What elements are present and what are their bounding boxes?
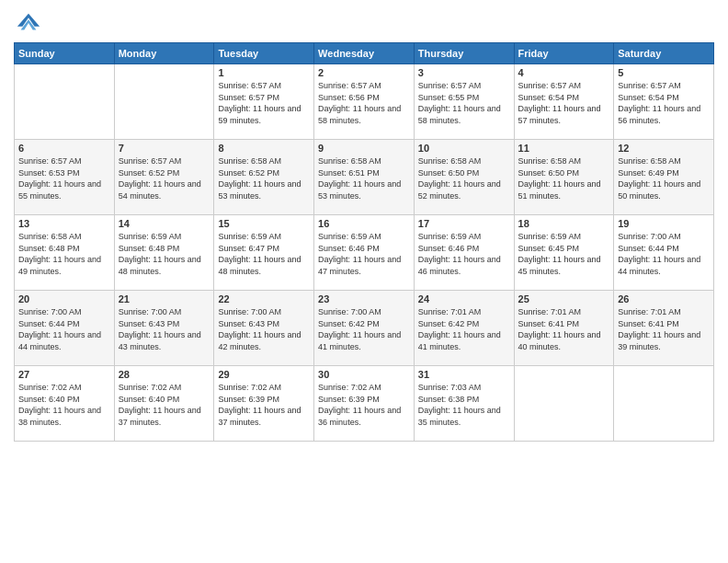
day-info: Sunrise: 6:58 AMSunset: 6:51 PMDaylight:… [318,155,410,201]
day-number: 6 [18,143,110,154]
day-number: 14 [119,218,210,229]
day-info: Sunrise: 7:01 AMSunset: 6:41 PMDaylight:… [518,306,610,352]
day-info: Sunrise: 7:02 AMSunset: 6:40 PMDaylight:… [119,382,210,428]
day-info: Sunrise: 6:57 AMSunset: 6:54 PMDaylight:… [518,80,610,126]
day-number: 17 [418,218,510,229]
day-info: Sunrise: 6:59 AMSunset: 6:45 PMDaylight:… [518,231,610,277]
day-info: Sunrise: 7:01 AMSunset: 6:41 PMDaylight:… [618,306,710,352]
logo-icon [16,9,41,35]
day-cell: 16Sunrise: 6:59 AMSunset: 6:46 PMDayligh… [314,215,415,291]
day-number: 13 [18,218,110,229]
day-info: Sunrise: 7:00 AMSunset: 6:44 PMDaylight:… [18,306,110,352]
day-info: Sunrise: 6:57 AMSunset: 6:53 PMDaylight:… [18,155,110,201]
day-cell: 19Sunrise: 7:00 AMSunset: 6:44 PMDayligh… [614,215,714,291]
day-cell: 6Sunrise: 6:57 AMSunset: 6:53 PMDaylight… [15,140,115,215]
day-cell: 7Sunrise: 6:57 AMSunset: 6:52 PMDaylight… [114,140,214,215]
day-number: 31 [418,369,510,380]
day-cell: 17Sunrise: 6:59 AMSunset: 6:46 PMDayligh… [414,215,514,291]
day-info: Sunrise: 6:58 AMSunset: 6:50 PMDaylight:… [518,155,610,201]
day-cell: 30Sunrise: 7:02 AMSunset: 6:39 PMDayligh… [314,366,415,442]
day-cell: 24Sunrise: 7:01 AMSunset: 6:42 PMDayligh… [414,291,514,366]
day-cell [514,366,614,442]
day-info: Sunrise: 7:02 AMSunset: 6:39 PMDaylight:… [318,382,410,428]
day-number: 24 [418,293,510,304]
col-header-friday: Friday [514,43,614,64]
week-row-5: 27Sunrise: 7:02 AMSunset: 6:40 PMDayligh… [15,366,714,442]
week-row-3: 13Sunrise: 6:58 AMSunset: 6:48 PMDayligh… [15,215,714,291]
day-info: Sunrise: 7:00 AMSunset: 6:43 PMDaylight:… [119,306,210,352]
day-number: 2 [318,67,410,78]
day-cell: 25Sunrise: 7:01 AMSunset: 6:41 PMDayligh… [514,291,614,366]
calendar-table: SundayMondayTuesdayWednesdayThursdayFrid… [14,42,714,442]
day-number: 10 [418,143,510,154]
day-number: 27 [18,369,110,380]
day-number: 7 [119,143,210,154]
day-number: 29 [218,369,310,380]
day-info: Sunrise: 7:03 AMSunset: 6:38 PMDaylight:… [418,382,510,428]
col-header-thursday: Thursday [414,43,514,64]
day-cell: 3Sunrise: 6:57 AMSunset: 6:55 PMDaylight… [414,64,514,140]
day-info: Sunrise: 6:59 AMSunset: 6:48 PMDaylight:… [119,231,210,277]
day-info: Sunrise: 6:58 AMSunset: 6:50 PMDaylight:… [418,155,510,201]
day-info: Sunrise: 6:59 AMSunset: 6:46 PMDaylight:… [418,231,510,277]
day-number: 28 [119,369,210,380]
week-row-4: 20Sunrise: 7:00 AMSunset: 6:44 PMDayligh… [15,291,714,366]
day-number: 26 [618,293,710,304]
day-cell: 8Sunrise: 6:58 AMSunset: 6:52 PMDaylight… [214,140,314,215]
day-cell [614,366,714,442]
day-info: Sunrise: 7:01 AMSunset: 6:42 PMDaylight:… [418,306,510,352]
day-info: Sunrise: 7:00 AMSunset: 6:44 PMDaylight:… [618,231,710,277]
day-cell: 21Sunrise: 7:00 AMSunset: 6:43 PMDayligh… [114,291,214,366]
day-cell: 2Sunrise: 6:57 AMSunset: 6:56 PMDaylight… [314,64,415,140]
day-number: 12 [618,143,710,154]
col-header-saturday: Saturday [614,43,714,64]
day-cell: 13Sunrise: 6:58 AMSunset: 6:48 PMDayligh… [15,215,115,291]
day-info: Sunrise: 6:58 AMSunset: 6:49 PMDaylight:… [618,155,710,201]
header-row: SundayMondayTuesdayWednesdayThursdayFrid… [15,43,714,64]
day-info: Sunrise: 6:57 AMSunset: 6:55 PMDaylight:… [418,80,510,126]
week-row-1: 1Sunrise: 6:57 AMSunset: 6:57 PMDaylight… [15,64,714,140]
day-cell: 26Sunrise: 7:01 AMSunset: 6:41 PMDayligh… [614,291,714,366]
day-number: 11 [518,143,610,154]
logo [14,9,41,35]
day-cell: 4Sunrise: 6:57 AMSunset: 6:54 PMDaylight… [514,64,614,140]
day-number: 25 [518,293,610,304]
col-header-monday: Monday [114,43,214,64]
day-info: Sunrise: 7:02 AMSunset: 6:40 PMDaylight:… [18,382,110,428]
day-info: Sunrise: 7:02 AMSunset: 6:39 PMDaylight:… [218,382,310,428]
day-cell: 5Sunrise: 6:57 AMSunset: 6:54 PMDaylight… [614,64,714,140]
day-number: 16 [318,218,410,229]
col-header-wednesday: Wednesday [314,43,415,64]
day-cell: 1Sunrise: 6:57 AMSunset: 6:57 PMDaylight… [214,64,314,140]
day-number: 8 [218,143,310,154]
day-number: 20 [18,293,110,304]
day-cell: 15Sunrise: 6:59 AMSunset: 6:47 PMDayligh… [214,215,314,291]
day-cell: 9Sunrise: 6:58 AMSunset: 6:51 PMDaylight… [314,140,415,215]
day-info: Sunrise: 6:58 AMSunset: 6:52 PMDaylight:… [218,155,310,201]
day-number: 9 [318,143,410,154]
day-info: Sunrise: 7:00 AMSunset: 6:42 PMDaylight:… [318,306,410,352]
day-number: 3 [418,67,510,78]
day-cell [15,64,115,140]
day-info: Sunrise: 6:57 AMSunset: 6:57 PMDaylight:… [218,80,310,126]
day-info: Sunrise: 6:57 AMSunset: 6:56 PMDaylight:… [318,80,410,126]
col-header-sunday: Sunday [15,43,115,64]
header [14,9,714,35]
day-number: 23 [318,293,410,304]
day-info: Sunrise: 6:57 AMSunset: 6:54 PMDaylight:… [618,80,710,126]
day-cell: 18Sunrise: 6:59 AMSunset: 6:45 PMDayligh… [514,215,614,291]
day-cell: 11Sunrise: 6:58 AMSunset: 6:50 PMDayligh… [514,140,614,215]
day-info: Sunrise: 6:59 AMSunset: 6:47 PMDaylight:… [218,231,310,277]
day-number: 15 [218,218,310,229]
day-cell: 22Sunrise: 7:00 AMSunset: 6:43 PMDayligh… [214,291,314,366]
day-number: 5 [618,67,710,78]
day-cell: 28Sunrise: 7:02 AMSunset: 6:40 PMDayligh… [114,366,214,442]
day-cell: 23Sunrise: 7:00 AMSunset: 6:42 PMDayligh… [314,291,415,366]
day-number: 1 [218,67,310,78]
col-header-tuesday: Tuesday [214,43,314,64]
day-number: 22 [218,293,310,304]
day-cell: 20Sunrise: 7:00 AMSunset: 6:44 PMDayligh… [15,291,115,366]
day-cell: 31Sunrise: 7:03 AMSunset: 6:38 PMDayligh… [414,366,514,442]
day-cell: 14Sunrise: 6:59 AMSunset: 6:48 PMDayligh… [114,215,214,291]
day-info: Sunrise: 6:59 AMSunset: 6:46 PMDaylight:… [318,231,410,277]
